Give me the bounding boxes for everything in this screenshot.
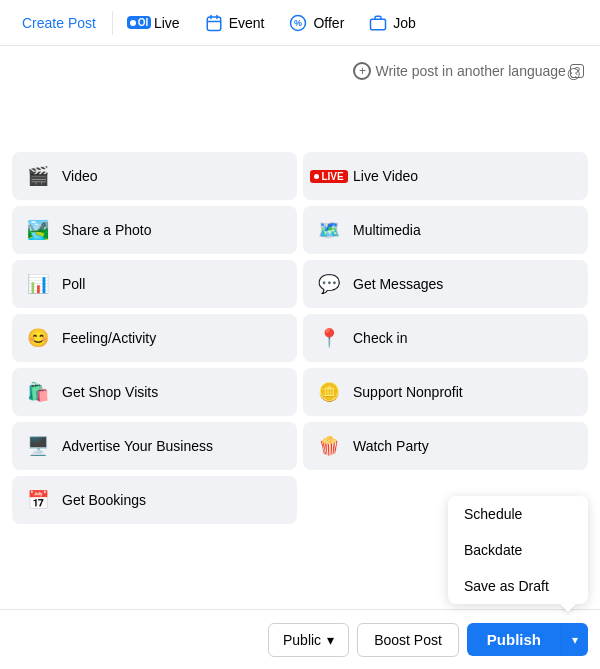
option-get-messages-label: Get Messages [353,276,443,292]
option-live-video[interactable]: LIVE Live Video [303,152,588,200]
publish-group: Schedule Backdate Save as Draft Publish … [467,623,588,656]
public-button[interactable]: Public ▾ [268,623,349,657]
dropdown-schedule[interactable]: Schedule [448,496,588,532]
poll-icon: 📊 [24,270,52,298]
nav-live[interactable]: OI Live [119,7,190,39]
video-icon: 🎬 [24,162,52,190]
publish-dropdown-menu: Schedule Backdate Save as Draft [448,496,588,604]
job-icon [368,13,388,33]
boost-post-button[interactable]: Boost Post [357,623,459,657]
bottom-bar: Public ▾ Boost Post Schedule Backdate Sa… [0,609,600,669]
option-watch-party-label: Watch Party [353,438,429,454]
option-video[interactable]: 🎬 Video [12,152,297,200]
write-language-label: Write post in another language [375,63,565,79]
top-nav: Create Post OI Live Event % Offer Job [0,0,600,46]
publish-chevron-icon: ▾ [572,633,578,647]
dropdown-save-draft[interactable]: Save as Draft [448,568,588,604]
publish-label: Publish [487,631,541,648]
option-advertise-label: Advertise Your Business [62,438,213,454]
option-feeling-label: Feeling/Activity [62,330,156,346]
option-get-messages[interactable]: 💬 Get Messages [303,260,588,308]
option-poll[interactable]: 📊 Poll [12,260,297,308]
option-support-nonprofit[interactable]: 🪙 Support Nonprofit [303,368,588,416]
nav-event[interactable]: Event [194,7,275,39]
nav-create-post[interactable]: Create Post [12,9,106,37]
write-language-btn[interactable]: + Write post in another language ? [16,54,584,84]
plus-circle-icon: + [353,62,371,80]
nav-event-label: Event [229,15,265,31]
offer-icon: % [288,13,308,33]
option-bookings[interactable]: 📅 Get Bookings [12,476,297,524]
option-video-label: Video [62,168,98,184]
option-feeling[interactable]: 😊 Feeling/Activity [12,314,297,362]
advertise-icon: 🖥️ [24,432,52,460]
option-shop-visits[interactable]: 🛍️ Get Shop Visits [12,368,297,416]
live-icon: OI [129,13,149,33]
nav-live-label: Live [154,15,180,31]
option-share-photo[interactable]: 🏞️ Share a Photo [12,206,297,254]
option-multimedia[interactable]: 🗺️ Multimedia [303,206,588,254]
nav-job-label: Job [393,15,416,31]
emoji-button[interactable]: ☺ [564,62,584,85]
publish-button[interactable]: Publish [467,623,561,656]
options-grid: 🎬 Video LIVE Live Video 🏞️ Share a Photo… [0,146,600,530]
get-messages-icon: 💬 [315,270,343,298]
live-video-icon: LIVE [315,162,343,190]
feeling-icon: 😊 [24,324,52,352]
share-photo-icon: 🏞️ [24,216,52,244]
check-in-icon: 📍 [315,324,343,352]
option-check-in[interactable]: 📍 Check in [303,314,588,362]
option-advertise[interactable]: 🖥️ Advertise Your Business [12,422,297,470]
svg-text:%: % [294,18,302,28]
option-support-nonprofit-label: Support Nonprofit [353,384,463,400]
option-watch-party[interactable]: 🍿 Watch Party [303,422,588,470]
svg-rect-0 [207,17,221,31]
nav-separator-1 [112,11,113,35]
create-post-label: Create Post [22,15,96,31]
option-share-photo-label: Share a Photo [62,222,152,238]
option-multimedia-label: Multimedia [353,222,421,238]
option-check-in-label: Check in [353,330,407,346]
nav-offer-label: Offer [313,15,344,31]
option-bookings-label: Get Bookings [62,492,146,508]
shop-visits-icon: 🛍️ [24,378,52,406]
public-label: Public [283,632,321,648]
nav-offer[interactable]: % Offer [278,7,354,39]
boost-post-label: Boost Post [374,632,442,648]
svg-rect-6 [371,19,386,30]
publish-arrow-button[interactable]: ▾ [561,623,588,656]
event-icon [204,13,224,33]
dropdown-backdate[interactable]: Backdate [448,532,588,568]
support-nonprofit-icon: 🪙 [315,378,343,406]
chevron-down-icon: ▾ [327,632,334,648]
multimedia-icon: 🗺️ [315,216,343,244]
post-area: ☺ + Write post in another language ? [0,46,600,146]
option-poll-label: Poll [62,276,85,292]
option-live-video-label: Live Video [353,168,418,184]
watch-party-icon: 🍿 [315,432,343,460]
nav-job[interactable]: Job [358,7,426,39]
bookings-icon: 📅 [24,486,52,514]
option-shop-visits-label: Get Shop Visits [62,384,158,400]
